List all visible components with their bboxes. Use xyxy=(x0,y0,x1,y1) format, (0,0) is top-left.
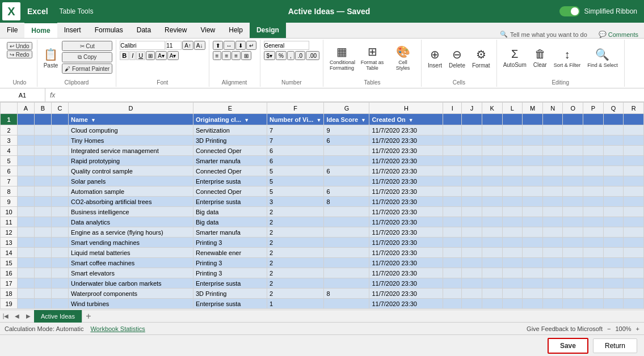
cell-r15-c5[interactable]: Printing 3 xyxy=(193,258,267,268)
r1-n[interactable] xyxy=(542,114,563,125)
cell-r5-c9[interactable] xyxy=(443,156,462,166)
cell-r12-c11[interactable] xyxy=(482,227,502,238)
cell-r15-c11[interactable] xyxy=(482,258,502,268)
cell-r2-c5[interactable]: Servitization xyxy=(193,125,267,135)
cell-r12-c6[interactable]: 2 xyxy=(267,227,324,238)
cell-r7-c12[interactable] xyxy=(502,176,523,187)
cell-r10-c9[interactable] xyxy=(443,207,462,217)
cell-r16-c16[interactable] xyxy=(583,268,604,278)
cell-r17-c9[interactable] xyxy=(443,278,462,289)
cell-r4-c11[interactable] xyxy=(482,146,502,156)
cell-r3-c8[interactable]: 11/7/2020 23:30 xyxy=(369,135,443,146)
cell-r8-c16[interactable] xyxy=(583,187,604,197)
cell-r18-c11[interactable] xyxy=(482,289,502,299)
cell-r16-c18[interactable] xyxy=(624,268,644,278)
cell-r8-c9[interactable] xyxy=(443,187,462,197)
cell-r13-c17[interactable] xyxy=(603,238,624,248)
cell-r4-c9[interactable] xyxy=(443,146,462,156)
col-header-h[interactable]: H xyxy=(369,103,443,114)
cell-r7-c4[interactable]: Solar panels xyxy=(69,176,193,187)
cell-r9-c16[interactable] xyxy=(583,197,604,207)
cell-r9-c13[interactable] xyxy=(523,197,543,207)
r1-l[interactable] xyxy=(502,114,523,125)
cell-r17-c12[interactable] xyxy=(502,278,523,289)
cell-r15-c12[interactable] xyxy=(502,258,523,268)
cell-r17-c14[interactable] xyxy=(542,278,563,289)
cell-r9-c14[interactable] xyxy=(542,197,563,207)
cell-r4-c18[interactable] xyxy=(624,146,644,156)
cell-r12-c1[interactable] xyxy=(18,227,35,238)
cell-r13-c15[interactable] xyxy=(563,238,583,248)
cell-r11-c7[interactable] xyxy=(324,217,369,227)
cell-r3-c7[interactable]: 6 xyxy=(324,135,369,146)
cell-r8-c3[interactable] xyxy=(52,187,69,197)
cell-r2-c15[interactable] xyxy=(563,125,583,135)
cell-r10-c0[interactable]: 10 xyxy=(1,207,18,217)
cell-r5-c1[interactable] xyxy=(18,156,35,166)
cell-r3-c6[interactable]: 7 xyxy=(267,135,324,146)
cell-r5-c10[interactable] xyxy=(462,156,482,166)
grid-container[interactable]: A B C D E F G H I J K L M N O P Q xyxy=(0,102,644,310)
comments-button[interactable]: 💬 Comments xyxy=(593,31,644,38)
cell-r9-c17[interactable] xyxy=(603,197,624,207)
cell-r6-c14[interactable] xyxy=(542,166,563,176)
sort-filter-button[interactable]: ↕ Sort & Filter xyxy=(551,41,584,75)
cell-r13-c3[interactable] xyxy=(52,238,69,248)
cell-r16-c11[interactable] xyxy=(482,268,502,278)
cell-r18-c5[interactable]: 3D Printing xyxy=(193,289,267,299)
cell-r10-c7[interactable] xyxy=(324,207,369,217)
cell-r2-c9[interactable] xyxy=(443,125,462,135)
cell-r11-c15[interactable] xyxy=(563,217,583,227)
cell-r18-c12[interactable] xyxy=(502,289,523,299)
cell-r3-c0[interactable]: 3 xyxy=(1,135,18,146)
cell-r5-c3[interactable] xyxy=(52,156,69,166)
cell-r4-c16[interactable] xyxy=(583,146,604,156)
simplified-ribbon-toggle[interactable] xyxy=(559,6,580,16)
cell-r12-c14[interactable] xyxy=(542,227,563,238)
cell-r17-c10[interactable] xyxy=(462,278,482,289)
col-header-k[interactable]: K xyxy=(482,103,502,114)
cell-r2-c18[interactable] xyxy=(624,125,644,135)
cell-r14-c4[interactable]: Liquid metal batteries xyxy=(69,248,193,258)
cell-r9-c6[interactable]: 3 xyxy=(267,197,324,207)
cell-r11-c8[interactable]: 11/7/2020 23:30 xyxy=(369,217,443,227)
percent-button[interactable]: % xyxy=(276,51,287,60)
cell-r4-c15[interactable] xyxy=(563,146,583,156)
cell-r3-c10[interactable] xyxy=(462,135,482,146)
cell-r17-c2[interactable] xyxy=(35,278,52,289)
cell-r18-c4[interactable]: Waterproof components xyxy=(69,289,193,299)
cell-r5-c14[interactable] xyxy=(542,156,563,166)
font-color-button[interactable]: A▾ xyxy=(167,51,179,60)
cell-r7-c9[interactable] xyxy=(443,176,462,187)
cell-r10-c3[interactable] xyxy=(52,207,69,217)
cell-r7-c14[interactable] xyxy=(542,176,563,187)
cell-r6-c10[interactable] xyxy=(462,166,482,176)
cell-r18-c2[interactable] xyxy=(35,289,52,299)
cell-r14-c11[interactable] xyxy=(482,248,502,258)
cell-r9-c1[interactable] xyxy=(18,197,35,207)
cell-r13-c0[interactable]: 13 xyxy=(1,238,18,248)
tell-me-box[interactable]: 🔍 Tell me what you want to do xyxy=(494,31,593,38)
cell-r3-c4[interactable]: Tiny Homes xyxy=(69,135,193,146)
r1-i[interactable] xyxy=(443,114,462,125)
col-header-r[interactable]: R xyxy=(624,103,644,114)
cell-r6-c18[interactable] xyxy=(624,166,644,176)
cell-r14-c7[interactable] xyxy=(324,248,369,258)
cell-r2-c8[interactable]: 11/7/2020 23:30 xyxy=(369,125,443,135)
copy-button[interactable]: ⧉ Copy xyxy=(62,52,112,62)
cell-r17-c16[interactable] xyxy=(583,278,604,289)
cell-r2-c14[interactable] xyxy=(542,125,563,135)
cell-r6-c7[interactable]: 6 xyxy=(324,166,369,176)
font-grow-button[interactable]: A↑ xyxy=(182,41,193,50)
font-shrink-button[interactable]: A↓ xyxy=(194,41,205,50)
cell-r3-c3[interactable] xyxy=(52,135,69,146)
cell-r7-c17[interactable] xyxy=(603,176,624,187)
col-header-g[interactable]: G xyxy=(324,103,369,114)
cell-r6-c2[interactable] xyxy=(35,166,52,176)
number-format-input[interactable] xyxy=(264,41,309,50)
cell-r3-c17[interactable] xyxy=(603,135,624,146)
insert-cells-button[interactable]: ⊕ Insert xyxy=(425,41,445,75)
cell-r11-c1[interactable] xyxy=(18,217,35,227)
cell-r3-c2[interactable] xyxy=(35,135,52,146)
r1-m[interactable] xyxy=(523,114,543,125)
